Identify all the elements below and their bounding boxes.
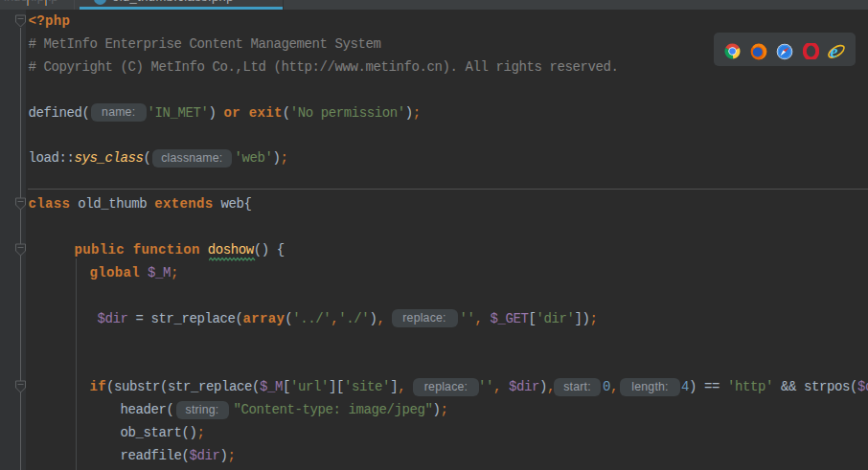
svg-text:e: e bbox=[831, 43, 838, 60]
